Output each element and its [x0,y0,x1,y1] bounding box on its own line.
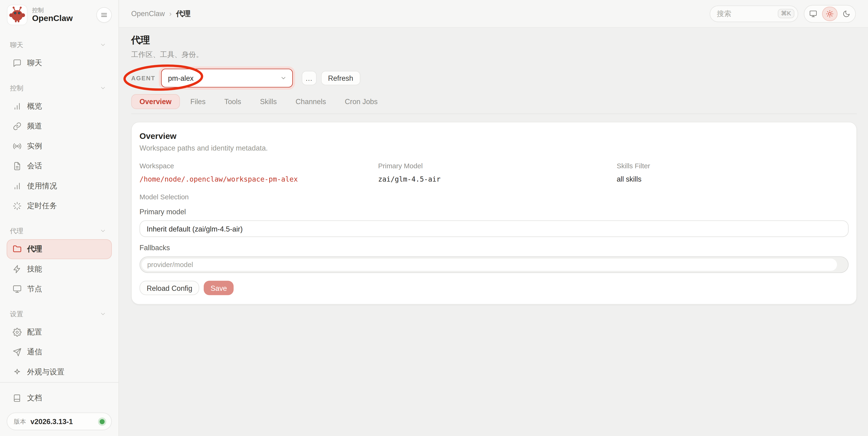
theme-system-button[interactable] [805,6,821,21]
fallbacks-input[interactable] [142,259,837,271]
chevron-down-icon [100,311,106,317]
sidebar-item-chat[interactable]: 聊天 [6,53,112,73]
sidebar-item-label: 聊天 [27,58,42,68]
tab-cron-jobs[interactable]: Cron Jobs [337,94,386,109]
search-input[interactable] [717,9,774,18]
bar-chart-icon [13,102,22,111]
skills-filter-value: all skills [617,175,849,183]
card-title: Overview [140,131,849,141]
sidebar-item-overview[interactable]: 概览 [6,96,112,116]
primary-model-value: zai/glm-4.5-air [378,175,610,183]
chevron-down-icon [100,227,106,234]
openclaw-logo-icon [6,4,28,26]
sidebar: 控制 OpenClaw 聊天 聊天 控制 [0,0,119,436]
refresh-button[interactable]: Refresh [321,71,361,86]
sidebar-item-agents[interactable]: 代理 [6,239,112,259]
menu-icon [100,11,108,19]
tab-skills[interactable]: Skills [252,94,285,109]
sidebar-item-messaging[interactable]: 通信 [6,342,112,362]
section-label: 设置 [10,309,23,319]
theme-light-button[interactable] [822,6,837,21]
skills-filter-label: Skills Filter [617,162,849,170]
sidebar-item-appearance[interactable]: 外观与设置 [6,362,112,382]
sidebar-item-label: 外观与设置 [27,367,64,377]
sidebar-item-sessions[interactable]: 会话 [6,156,112,176]
fallbacks-field[interactable] [140,256,849,273]
sidebar-toggle-button[interactable] [96,7,112,23]
sidebar-item-docs[interactable]: 文档 [6,388,112,408]
brand-eyebrow: 控制 [32,7,92,13]
zap-icon [13,265,22,274]
breadcrumb-root[interactable]: OpenClaw [131,9,165,18]
theme-dark-button[interactable] [839,6,854,21]
section-header-settings[interactable]: 设置 [6,306,112,322]
section-header-agents[interactable]: 代理 [6,223,112,239]
card-actions: Reload Config Save [140,281,849,295]
tab-tools[interactable]: Tools [216,94,249,109]
send-icon [13,348,22,356]
model-selection-heading: Model Selection [140,193,849,201]
section-header-chat[interactable]: 聊天 [6,37,112,53]
sidebar-item-usage[interactable]: 使用情况 [6,176,112,196]
save-button[interactable]: Save [204,281,234,295]
chat-bubble-icon [13,59,22,67]
sidebar-item-label: 定时任务 [27,201,57,211]
breadcrumb: OpenClaw › 代理 [131,9,190,19]
sidebar-item-label: 实例 [27,141,42,151]
moon-icon [843,10,850,18]
divider [0,382,119,382]
breadcrumb-separator: › [169,9,172,18]
tab-files[interactable]: Files [182,94,214,109]
sidebar-item-label: 文档 [27,393,42,403]
sidebar-item-label: 频道 [27,121,42,131]
workspace-field: Workspace /home/node/.openclaw/workspace… [140,162,371,183]
monitor-icon [809,10,817,18]
chevron-down-icon [100,41,106,48]
sidebar-item-instances[interactable]: 实例 [6,136,112,156]
search-shortcut-badge: ⌘K [777,9,794,18]
primary-model-field: Primary Model zai/glm-4.5-air [378,162,610,183]
sidebar-item-label: 通信 [27,347,42,357]
sparkles-icon [13,368,22,376]
monitor-icon [13,284,22,293]
reload-config-button[interactable]: Reload Config [140,281,199,295]
sidebar-section-settings: 设置 配置 通信 外观与设置 [6,306,112,382]
section-header-control[interactable]: 控制 [6,80,112,96]
agent-more-button[interactable]: … [302,71,316,86]
sidebar-item-label: 配置 [27,327,42,337]
section-label: 控制 [10,83,23,93]
folder-icon [13,245,22,254]
sidebar-item-config[interactable]: 配置 [6,322,112,342]
primary-model-input-label: Primary model [140,208,849,216]
card-subtitle: Workspace paths and identity metadata. [140,144,849,152]
version-label: 版本 [14,417,26,426]
sidebar-item-nodes[interactable]: 节点 [6,279,112,299]
sidebar-item-label: 会话 [27,161,42,171]
tab-overview[interactable]: Overview [131,94,180,109]
search-box[interactable]: ⌘K [710,5,798,22]
sidebar-item-cron-tasks[interactable]: 定时任务 [6,196,112,216]
chevron-down-icon [280,75,286,81]
loader-icon [13,202,22,211]
sidebar-section-control: 控制 概览 频道 实例 会话 使用情况 [6,80,112,216]
overview-card: Overview Workspace paths and identity me… [131,122,857,305]
main-area: OpenClaw › 代理 ⌘K [119,0,868,436]
tab-channels[interactable]: Channels [287,94,334,109]
online-status-dot [100,419,104,424]
agent-tabs: Overview Files Tools Skills Channels Cro… [131,94,857,114]
agent-select-value: pm-alex [168,74,194,83]
section-label: 代理 [10,226,23,236]
fallbacks-label: Fallbacks [140,244,849,252]
page-content: 代理 工作区、工具、身份。 AGENT pm-alex … Refresh Ov… [119,28,868,436]
primary-model-input[interactable] [140,220,849,237]
agent-select[interactable]: pm-alex [161,69,292,88]
agent-label: AGENT [131,75,155,81]
sidebar-item-channels[interactable]: 频道 [6,116,112,136]
sidebar-item-skills[interactable]: 技能 [6,259,112,279]
gear-icon [13,328,22,337]
sidebar-section-agents: 代理 代理 技能 节点 [6,223,112,299]
metadata-grid: Workspace /home/node/.openclaw/workspace… [140,162,849,183]
top-bar: OpenClaw › 代理 ⌘K [119,0,868,28]
sidebar-footer: 文档 版本 v2026.3.13-1 [6,382,112,430]
sidebar-item-label: 技能 [27,264,42,274]
